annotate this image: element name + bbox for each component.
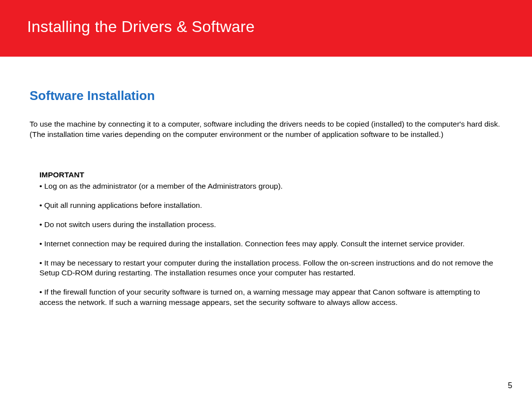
bullet-item: • Do not switch users during the install… bbox=[30, 220, 502, 230]
page-number: 5 bbox=[508, 381, 512, 390]
header-bar: Installing the Drivers & Software bbox=[0, 0, 532, 57]
section-heading: Software Installation bbox=[30, 88, 502, 103]
bullet-item: • If the firewall function of your secur… bbox=[30, 287, 502, 308]
important-block: IMPORTANT • Log on as the administrator … bbox=[30, 170, 502, 308]
intro-paragraph: To use the machine by connecting it to a… bbox=[30, 119, 502, 140]
bullet-item: • It may be necessary to restart your co… bbox=[30, 258, 502, 279]
page-title: Installing the Drivers & Software bbox=[27, 18, 532, 36]
bullet-item: • Internet connection may be required du… bbox=[30, 239, 502, 249]
content-area: Software Installation To use the machine… bbox=[0, 57, 532, 308]
bullet-item: • Log on as the administrator (or a memb… bbox=[30, 181, 502, 192]
bullet-item: • Quit all running applications before i… bbox=[30, 200, 502, 211]
important-label: IMPORTANT bbox=[39, 170, 502, 179]
